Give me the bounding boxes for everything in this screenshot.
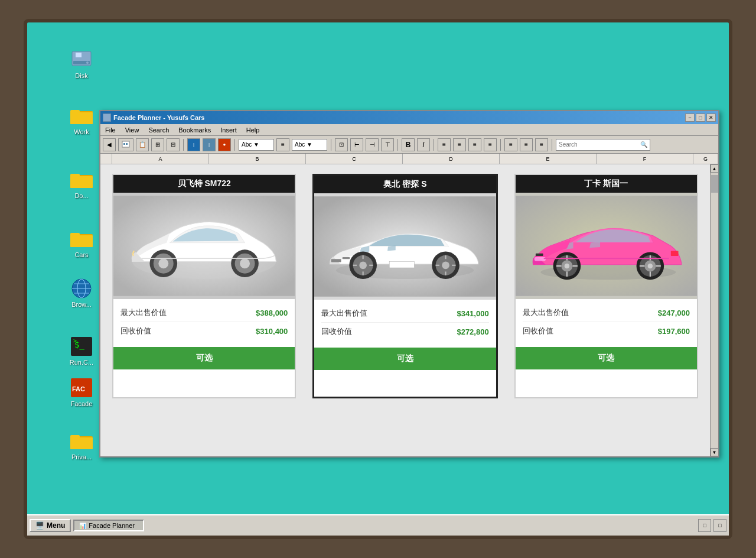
search-input[interactable] (559, 141, 640, 148)
car-2-max-sell-value: $341,000 (457, 309, 488, 318)
toolbar-btn-home[interactable] (118, 138, 133, 151)
svg-rect-54 (389, 261, 414, 268)
toolbar-align-left[interactable]: ≡ (438, 138, 451, 151)
toolbar-btn-grid3[interactable]: ⊣ (366, 138, 379, 151)
scroll-thumb[interactable] (711, 175, 718, 193)
scroll-up-button[interactable]: ▲ (711, 164, 719, 173)
toolbar-more2[interactable]: ≡ (520, 138, 533, 151)
work-folder-icon (70, 105, 93, 126)
car-3-select-button[interactable]: 可选 (516, 347, 697, 369)
content-area: 贝飞特 SM722 (100, 164, 710, 456)
facade-label: Facade (71, 400, 93, 407)
toolbar-btn-7[interactable]: ● (218, 138, 231, 151)
search-box[interactable]: 🔍 (556, 139, 650, 151)
col-h-e: E (500, 154, 597, 164)
toolbar-italic[interactable]: I (417, 138, 430, 151)
car-2-title: 奥北 密探 S (314, 176, 496, 193)
private-label: Priva... (71, 453, 92, 460)
close-button[interactable]: ✕ (706, 113, 716, 122)
toolbar-separator-7 (552, 139, 552, 151)
work-label: Work (74, 128, 89, 135)
car-1-select-button[interactable]: 可选 (113, 347, 295, 369)
desktop-icon-runcmd[interactable]: $_ > Run.C... (64, 336, 99, 366)
car-3-max-sell-row: 最大出售价值 $247,000 (523, 304, 690, 322)
menu-search[interactable]: Search (146, 126, 171, 134)
car-card-1[interactable]: 贝飞特 SM722 (112, 174, 296, 398)
toolbar-btn-6[interactable]: | (203, 138, 216, 151)
toolbar-dropdown-1[interactable]: Abc ▼ (239, 139, 274, 151)
toolbar-more1[interactable]: ≡ (504, 138, 517, 151)
car-card-2[interactable]: 奥北 密探 S (312, 174, 497, 398)
car-1-svg (113, 193, 295, 299)
svg-text:>: > (73, 338, 77, 344)
browser-globe-icon (70, 278, 93, 299)
taskbar-window-item[interactable]: 📊 Facade Planner (73, 520, 144, 531)
car-2-info: 最大出售价值 $341,000 回收价值 $272,800 (314, 300, 496, 345)
scroll-down-button[interactable]: ▼ (711, 448, 719, 456)
svg-point-64 (564, 264, 569, 268)
toolbar-dropdown-2[interactable]: Abc ▼ (292, 139, 327, 151)
svg-rect-77 (670, 251, 678, 255)
toolbar-btn-grid4[interactable]: ⊤ (381, 138, 394, 151)
car-2-select-button[interactable]: 可选 (314, 348, 496, 370)
taskbar-window-icon: 📊 (79, 523, 86, 529)
taskbar-sys-btn-2[interactable]: □ (713, 519, 726, 532)
toolbar-btn-indent[interactable]: ≡ (276, 138, 289, 151)
taskbar-right: □ □ (698, 519, 726, 532)
start-button[interactable]: 🖥️ Menu (30, 519, 71, 532)
car-3-recycle-label: 回收价值 (523, 326, 553, 336)
maximize-button[interactable]: □ (696, 113, 705, 122)
toolbar-separator-4 (397, 139, 398, 151)
car-card-3[interactable]: 丁卡 斯国一 (514, 174, 698, 398)
car-2-recycle-row: 回收价值 $272,800 (321, 323, 488, 340)
svg-rect-7 (70, 110, 80, 113)
svg-text:FAC: FAC (72, 385, 85, 392)
toolbar-btn-5[interactable]: | (187, 138, 200, 151)
car-1-image (113, 193, 295, 299)
taskbar-sys-btn-1[interactable]: □ (698, 519, 711, 532)
desktop-icon-cars[interactable]: Cars (64, 228, 99, 258)
toolbar-btn-1[interactable]: ◀ (103, 138, 116, 151)
car-2-recycle-value: $272,800 (457, 327, 488, 336)
menu-file[interactable]: File (103, 126, 118, 134)
car-1-title: 贝飞特 SM722 (113, 175, 295, 193)
toolbar-align-right[interactable]: ≡ (468, 138, 481, 151)
minimize-button[interactable]: − (685, 113, 695, 122)
desktop-icon-work[interactable]: Work (64, 105, 99, 135)
col-h-a: A (112, 154, 209, 164)
car-3-recycle-value: $197,600 (658, 327, 690, 336)
menu-bookmarks[interactable]: Bookmarks (176, 126, 213, 134)
monitor: Disk Work Do... (24, 19, 732, 539)
desktop-icon-disk[interactable]: Disk (64, 49, 99, 79)
toolbar-align-justify[interactable]: ≡ (484, 138, 497, 151)
private-folder-icon (70, 430, 93, 452)
toolbar-btn-3[interactable]: ⊞ (151, 138, 164, 151)
toolbar-btn-4[interactable]: ⊟ (167, 138, 180, 151)
car-1-info: 最大出售价值 $388,000 回收价值 $310,400 (113, 299, 295, 345)
facade-app-icon: FAC (70, 377, 93, 398)
toolbar-btn-grid2[interactable]: ⊢ (350, 138, 363, 151)
toolbar-more3[interactable]: ≡ (535, 138, 548, 151)
desktop-icon-browser[interactable]: Brow... (64, 278, 99, 308)
desktop-icon-doc[interactable]: Do... (64, 169, 99, 199)
svg-rect-12 (70, 235, 93, 247)
menu-view[interactable]: View (123, 126, 142, 134)
menu-help[interactable]: Help (244, 126, 262, 134)
toolbar-bold[interactable]: B (402, 138, 415, 151)
search-icon: 🔍 (640, 141, 647, 148)
taskbar-window-label: Facade Planner (89, 522, 135, 529)
svg-rect-55 (331, 259, 341, 262)
car-3-image (516, 193, 697, 299)
desktop-icon-facade[interactable]: FAC Facade (64, 377, 99, 407)
toolbar-btn-grid1[interactable]: ⊡ (335, 138, 348, 151)
toolbar-align-center[interactable]: ≡ (453, 138, 466, 151)
svg-rect-6 (70, 112, 93, 124)
svg-point-72 (647, 264, 652, 268)
menu-insert[interactable]: Insert (218, 126, 239, 134)
toolbar-separator-5 (434, 139, 434, 151)
desktop-icon-private[interactable]: Priva... (64, 430, 99, 460)
svg-rect-9 (70, 176, 93, 188)
car-3-svg (516, 193, 697, 299)
toolbar-btn-2[interactable]: 📋 (136, 138, 149, 151)
runcmd-label: Run.C... (70, 359, 93, 366)
